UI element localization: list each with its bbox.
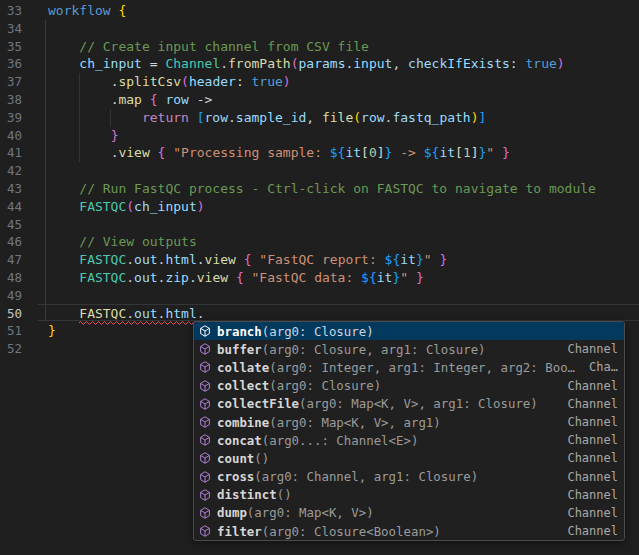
token: { bbox=[150, 92, 158, 107]
line-number[interactable]: 34 bbox=[0, 20, 22, 38]
line-number[interactable]: 42 bbox=[0, 162, 22, 180]
token: zip bbox=[165, 270, 188, 285]
code-line[interactable]: 38 .map { row -> bbox=[0, 91, 639, 109]
line-number[interactable]: 44 bbox=[0, 198, 22, 216]
suggest-item-detail: Channel bbox=[559, 433, 618, 447]
line-number[interactable]: 50 bbox=[0, 305, 22, 323]
code-line[interactable]: 36 ch_input = Channel.fromPath(params.in… bbox=[0, 55, 639, 73]
suggest-item-collate[interactable]: collate(arg0: Integer, arg1: Integer, ar… bbox=[194, 358, 624, 376]
suggest-item-name: concat bbox=[217, 433, 262, 448]
line-number[interactable]: 38 bbox=[0, 91, 22, 109]
token: params bbox=[299, 56, 346, 71]
line-number[interactable]: 52 bbox=[0, 340, 22, 358]
suggest-item-distinct[interactable]: distinct()Channel bbox=[194, 486, 624, 504]
code-line[interactable]: 49 bbox=[0, 287, 639, 305]
code-line[interactable]: 42 bbox=[0, 162, 639, 180]
token: [ bbox=[361, 145, 369, 160]
token: . bbox=[126, 252, 134, 267]
suggest-item-name: collect bbox=[217, 378, 269, 393]
code-line[interactable]: 48 FASTQC.out.zip.view { "FastQC data: $… bbox=[0, 269, 639, 287]
suggest-item-dump[interactable]: dump(arg0: Map<K, V>)Channel bbox=[194, 504, 624, 522]
suggest-item-detail: Channel bbox=[559, 342, 618, 356]
code-line-text: FASTQC.out.html.view { "FastQC report: $… bbox=[48, 251, 447, 269]
suggest-item-collect[interactable]: collect(arg0: Closure)Channel bbox=[194, 377, 624, 395]
token: . bbox=[189, 270, 197, 285]
line-number[interactable]: 46 bbox=[0, 233, 22, 251]
line-number[interactable]: 41 bbox=[0, 144, 22, 162]
token: // Run FastQC process - Ctrl-click on FA… bbox=[79, 181, 596, 196]
suggest-item-signature: (arg0: Map<K, V>, arg1) bbox=[269, 415, 441, 430]
code-line[interactable]: 40 } bbox=[0, 127, 639, 145]
token: it bbox=[439, 145, 455, 160]
code-line[interactable]: 45 bbox=[0, 216, 639, 234]
token bbox=[48, 234, 79, 249]
suggest-item-collectFile[interactable]: collectFile(arg0: Map<K, V>, arg1: Closu… bbox=[194, 395, 624, 413]
token: -> bbox=[392, 145, 423, 160]
code-line[interactable]: 33workflow { bbox=[0, 2, 639, 20]
line-number[interactable]: 36 bbox=[0, 55, 22, 73]
token: [ bbox=[455, 145, 463, 160]
code-line[interactable]: 37 .splitCsv(header: true) bbox=[0, 73, 639, 91]
code-line[interactable]: 39 return [row.sample_id, file(row.fastq… bbox=[0, 109, 639, 127]
suggest-item-signature: () bbox=[254, 451, 269, 466]
token: . bbox=[220, 56, 228, 71]
suggest-item-combine[interactable]: combine(arg0: Map<K, V>, arg1)Channel bbox=[194, 413, 624, 431]
line-number[interactable]: 45 bbox=[0, 216, 22, 234]
suggest-item-buffer[interactable]: buffer(arg0: Closure, arg1: Closure)Chan… bbox=[194, 340, 624, 358]
token: . bbox=[126, 306, 134, 321]
token: } bbox=[416, 252, 424, 267]
code-line[interactable]: 35 // Create input channel from CSV file bbox=[0, 38, 639, 56]
line-number[interactable]: 47 bbox=[0, 251, 22, 269]
token bbox=[494, 145, 502, 160]
symbol-method-icon bbox=[197, 523, 213, 539]
code-line[interactable]: 41 .view { "Processing sample: ${it[0]} … bbox=[0, 144, 639, 162]
line-number[interactable]: 43 bbox=[0, 180, 22, 198]
token: ( bbox=[353, 110, 361, 125]
token: ${ bbox=[385, 252, 401, 267]
code-line[interactable]: 47 FASTQC.out.html.view { "FastQC report… bbox=[0, 251, 639, 269]
line-number[interactable]: 39 bbox=[0, 109, 22, 127]
token: view bbox=[118, 145, 149, 160]
suggest-item-detail: Channel bbox=[559, 397, 618, 411]
line-number[interactable]: 33 bbox=[0, 2, 22, 20]
symbol-method-icon bbox=[197, 505, 213, 521]
autocomplete-popup: branch(arg0: Closure)buffer(arg0: Closur… bbox=[193, 321, 625, 541]
line-number[interactable]: 48 bbox=[0, 269, 22, 287]
token bbox=[236, 252, 244, 267]
token bbox=[48, 74, 111, 89]
token bbox=[228, 270, 236, 285]
code-line-text: } bbox=[48, 127, 118, 145]
code-line-text: // Create input channel from CSV file bbox=[48, 38, 369, 56]
token bbox=[48, 56, 79, 71]
suggest-item-name: filter bbox=[217, 524, 262, 539]
token: fromPath bbox=[228, 56, 291, 71]
line-number[interactable]: 49 bbox=[0, 287, 22, 305]
suggest-item-concat[interactable]: concat(arg0...: Channel<E>)Channel bbox=[194, 431, 624, 449]
line-number[interactable]: 40 bbox=[0, 127, 22, 145]
symbol-method-icon bbox=[197, 341, 213, 357]
suggest-item-filter[interactable]: filter(arg0: Closure<Boolean>)Channel bbox=[194, 522, 624, 540]
token: header bbox=[189, 74, 236, 89]
code-line[interactable]: 43 // Run FastQC process - Ctrl-click on… bbox=[0, 180, 639, 198]
token: row bbox=[165, 92, 188, 107]
token: FASTQC bbox=[79, 199, 126, 214]
code-line[interactable]: 46 // View outputs bbox=[0, 233, 639, 251]
token: 1 bbox=[463, 145, 471, 160]
token: fastq_path bbox=[392, 110, 470, 125]
symbol-method-icon bbox=[197, 378, 213, 394]
suggest-item-detail: Channel bbox=[559, 524, 618, 538]
line-number[interactable]: 35 bbox=[0, 38, 22, 56]
suggest-item-detail: Channel bbox=[559, 451, 618, 465]
token: } bbox=[439, 252, 447, 267]
suggest-item-name: collectFile bbox=[217, 396, 299, 411]
line-number[interactable]: 37 bbox=[0, 73, 22, 91]
line-number[interactable]: 51 bbox=[0, 322, 22, 340]
suggest-item-cross[interactable]: cross(arg0: Channel, arg1: Closure)Chann… bbox=[194, 468, 624, 486]
suggest-item-count[interactable]: count()Channel bbox=[194, 449, 624, 467]
code-line[interactable]: 34 bbox=[0, 20, 639, 38]
suggest-item-signature: (arg0: Map<K, V>) bbox=[247, 505, 374, 520]
code-line-text: .view { "Processing sample: ${it[0]} -> … bbox=[48, 144, 510, 162]
code-line[interactable]: 44 FASTQC(ch_input) bbox=[0, 198, 639, 216]
suggest-item-branch[interactable]: branch(arg0: Closure) bbox=[194, 322, 624, 340]
token: . bbox=[197, 306, 205, 321]
